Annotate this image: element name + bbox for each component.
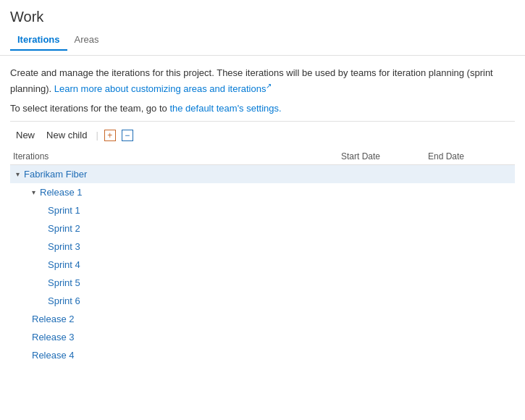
link-sprint-4[interactable]: Sprint 4 (48, 259, 80, 270)
tree-row-sprint-1[interactable]: Sprint 1 (10, 201, 515, 219)
link-sprint-5[interactable]: Sprint 5 (48, 277, 80, 288)
chevron-fabrikam-fiber: ▾ (16, 170, 20, 178)
description-block: Create and manage the iterations for thi… (10, 66, 515, 96)
tree-row-sprint-6[interactable]: Sprint 6 (10, 292, 515, 310)
col-header-end: End Date (428, 151, 515, 161)
iterations-table: Iterations Start Date End Date ▾ Fabrika… (10, 147, 515, 364)
collapse-all-icon: − (122, 130, 133, 141)
page-header: Work Iterations Areas (0, 0, 525, 56)
collapse-all-button[interactable]: − (119, 128, 136, 143)
link-sprint-2[interactable]: Sprint 2 (48, 223, 80, 234)
table-header: Iterations Start Date End Date (10, 147, 515, 165)
tab-areas[interactable]: Areas (67, 31, 106, 51)
page-title: Work (10, 9, 515, 25)
team-settings-link[interactable]: the default team's settings. (169, 103, 281, 114)
team-link-text: To select iterations for the team, go to… (10, 103, 515, 114)
tabs-nav: Iterations Areas (10, 31, 515, 51)
expand-all-icon: + (104, 130, 116, 141)
col-header-name: Iterations (10, 151, 341, 161)
tree-row-sprint-2[interactable]: Sprint 2 (10, 219, 515, 238)
external-link-icon: ↗ (266, 82, 272, 90)
link-sprint-1[interactable]: Sprint 1 (48, 205, 80, 216)
tree-row-release-4[interactable]: Release 4 (10, 346, 515, 364)
chevron-release-1: ▾ (32, 188, 35, 196)
tree-row-release-3[interactable]: Release 3 (10, 328, 515, 346)
link-release-2[interactable]: Release 2 (32, 314, 75, 324)
link-sprint-6[interactable]: Sprint 6 (48, 295, 80, 306)
link-fabrikam-fiber[interactable]: Fabrikam Fiber (24, 169, 87, 180)
tab-iterations[interactable]: Iterations (10, 31, 67, 51)
learn-more-link[interactable]: Learn more about customizing areas and i… (54, 83, 272, 94)
tree-row-sprint-5[interactable]: Sprint 5 (10, 274, 515, 292)
link-sprint-3[interactable]: Sprint 3 (48, 241, 80, 252)
toolbar-separator: | (93, 130, 101, 140)
link-release-3[interactable]: Release 3 (32, 332, 75, 343)
tree-row-release-1[interactable]: ▾ Release 1 (10, 183, 515, 201)
expand-all-button[interactable]: + (101, 128, 119, 143)
tree-row-release-2[interactable]: Release 2 (10, 310, 515, 328)
link-release-4[interactable]: Release 4 (32, 350, 75, 361)
col-header-start: Start Date (341, 151, 428, 161)
link-release-1[interactable]: Release 1 (40, 187, 83, 198)
tree-row-sprint-4[interactable]: Sprint 4 (10, 256, 515, 274)
tree-row-sprint-3[interactable]: Sprint 3 (10, 238, 515, 256)
tree-row-fabrikam-fiber[interactable]: ▾ Fabrikam Fiber (10, 165, 515, 183)
content-area: Create and manage the iterations for thi… (0, 56, 525, 371)
new-child-button[interactable]: New child (41, 127, 93, 143)
toolbar: New New child | + − (10, 121, 515, 147)
new-button[interactable]: New (10, 127, 41, 143)
